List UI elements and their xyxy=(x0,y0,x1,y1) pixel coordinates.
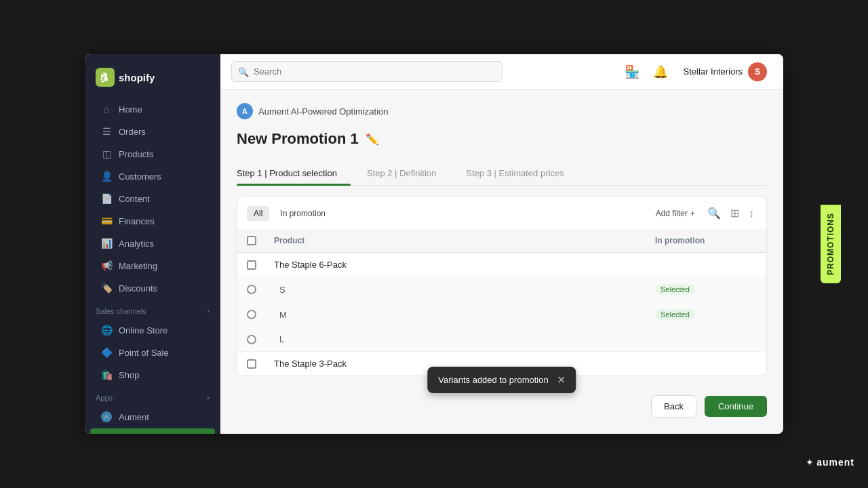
add-filter-label: Add filter xyxy=(656,209,688,218)
step3-label: Step 3 | Estimated prices xyxy=(466,168,564,178)
step2-tab[interactable]: Step 2 | Definition xyxy=(367,161,450,185)
sidebar-item-promotion-label: Promotion xyxy=(115,432,155,434)
page-title-row: New Promotion 1 ✏️ xyxy=(237,130,767,148)
search-input[interactable] xyxy=(231,61,502,82)
analytics-icon: 📊 xyxy=(101,238,112,249)
row3-checkbox[interactable] xyxy=(247,310,256,319)
aument-bottom-logo: ✦ aument xyxy=(806,457,854,468)
row3-variant-name: M xyxy=(274,310,655,320)
close-icon: ✕ xyxy=(557,373,566,386)
sidebar-item-home-label: Home xyxy=(119,104,142,115)
edit-title-button[interactable]: ✏️ xyxy=(366,133,379,146)
store-icon: 🏪 xyxy=(625,64,639,79)
promotions-side-tab[interactable]: Promotions xyxy=(821,205,841,283)
steps-bar: Step 1 | Product selection Step 2 | Defi… xyxy=(237,161,767,186)
row3-checkbox-cell xyxy=(247,310,274,319)
page-area: A Aument AI-Powered Optimization New Pro… xyxy=(220,89,783,434)
sales-channels-section: Sales channels › xyxy=(85,300,220,319)
add-filter-button[interactable]: Add filter + xyxy=(650,206,701,221)
row3-status: Selected xyxy=(655,309,757,320)
step2-label: Step 2 | Definition xyxy=(367,168,436,178)
user-avatar-initials: S xyxy=(755,67,760,77)
home-icon: ⌂ xyxy=(101,104,112,115)
row2-selected-badge: Selected xyxy=(655,284,695,295)
step1-label: Step 1 | Product selection xyxy=(237,168,337,178)
sidebar-item-analytics[interactable]: 📊 Analytics xyxy=(90,232,215,254)
row2-checkbox[interactable] xyxy=(247,285,256,294)
sidebar-item-online-store[interactable]: 🌐 Online Store xyxy=(90,319,215,341)
sidebar-item-customers-label: Customers xyxy=(119,171,161,182)
sidebar-item-home[interactable]: ⌂ Home xyxy=(90,98,215,120)
sidebar-item-content[interactable]: 📄 Content xyxy=(90,188,215,209)
sidebar-item-marketing[interactable]: 📢 Marketing xyxy=(90,255,215,277)
row4-variant-name: L xyxy=(274,334,655,344)
user-pill[interactable]: Stellar Interiors S xyxy=(678,60,772,84)
header-checkbox[interactable] xyxy=(247,236,256,245)
row5-checkbox[interactable] xyxy=(247,359,256,369)
topbar-right: 🏪 🔔 Stellar Interiors S xyxy=(621,60,772,84)
continue-button[interactable]: Continue xyxy=(705,396,767,417)
row3-selected-badge: Selected xyxy=(655,309,695,320)
table-header: Product In promotion xyxy=(237,229,766,253)
topbar: 🔍 🏪 🔔 Stellar Interiors S xyxy=(220,54,783,89)
notification-icon: 🔔 xyxy=(653,64,668,79)
user-name: Stellar Interiors xyxy=(684,66,743,77)
sidebar-item-finances-label: Finances xyxy=(119,216,155,226)
back-button[interactable]: Back xyxy=(651,395,696,418)
tab-in-promotion[interactable]: In promotion xyxy=(275,206,331,221)
table-row: The Staple 6-Pack xyxy=(237,253,766,277)
step1-tab[interactable]: Step 1 | Product selection xyxy=(237,161,351,185)
sort-btn[interactable]: ↕ xyxy=(746,205,757,222)
sidebar-item-analytics-label: Analytics xyxy=(119,239,154,249)
customers-icon: 👤 xyxy=(101,171,112,182)
topbar-store-icon-btn[interactable]: 🏪 xyxy=(621,61,643,83)
finances-icon: 💳 xyxy=(101,216,112,226)
sort-icon: ↕ xyxy=(749,207,754,220)
sidebar-item-aument-label: Aument xyxy=(119,412,149,422)
sidebar-nav: ⌂ Home ☰ Orders ◫ Products 👤 Customers 📄… xyxy=(85,98,220,434)
sidebar-item-finances[interactable]: 💳 Finances xyxy=(90,210,215,232)
toast-notification: Variants added to promotion ✕ xyxy=(427,367,576,393)
orders-icon: ☰ xyxy=(101,126,112,137)
sidebar-item-aument[interactable]: A Aument xyxy=(90,406,215,428)
discounts-icon: 🏷️ xyxy=(101,283,112,293)
sidebar-item-online-store-label: Online Store xyxy=(119,325,167,336)
search-filter-btn[interactable]: 🔍 xyxy=(705,204,724,222)
sidebar-item-shop[interactable]: 🛍️ Shop xyxy=(90,364,215,386)
table-row: L xyxy=(237,327,766,352)
sidebar-item-point-of-sale[interactable]: 🔷 Point of Sale xyxy=(90,342,215,363)
shopify-logo-text: shopify xyxy=(119,72,155,83)
sales-channels-label: Sales channels xyxy=(96,307,146,315)
aument-header-icon: A xyxy=(237,103,253,119)
row2-status: Selected xyxy=(655,284,757,295)
filter-options-btn[interactable]: ⊞ xyxy=(728,204,742,222)
sidebar-item-products[interactable]: ◫ Products xyxy=(90,143,215,165)
row1-checkbox[interactable] xyxy=(247,260,256,270)
tab-all[interactable]: All xyxy=(247,206,269,221)
sidebar-item-pos-label: Point of Sale xyxy=(119,348,169,358)
aument-logo-star: ✦ xyxy=(806,457,814,468)
col-in-promotion: In promotion xyxy=(655,236,757,245)
sidebar-item-orders[interactable]: ☰ Orders xyxy=(90,121,215,142)
sidebar-item-customers[interactable]: 👤 Customers xyxy=(90,165,215,187)
sidebar-item-marketing-label: Marketing xyxy=(119,261,157,271)
row2-checkbox-cell xyxy=(247,285,274,294)
col-product: Product xyxy=(274,236,655,245)
toast-close-button[interactable]: ✕ xyxy=(557,373,566,386)
step3-tab[interactable]: Step 3 | Estimated prices xyxy=(466,161,577,185)
sidebar-item-promotion[interactable]: Promotion xyxy=(90,428,215,434)
filter-right: Add filter + 🔍 ⊞ ↕ xyxy=(650,204,757,222)
search-filter-icon: 🔍 xyxy=(707,207,721,220)
row1-checkbox-cell xyxy=(247,260,274,270)
filter-bar: All In promotion Add filter + 🔍 ⊞ ↕ xyxy=(237,197,767,229)
main-content: 🔍 🏪 🔔 Stellar Interiors S xyxy=(220,54,783,434)
aument-header-title: Aument AI-Powered Optimization xyxy=(258,106,388,117)
topbar-notification-btn[interactable]: 🔔 xyxy=(650,61,671,83)
search-icon: 🔍 xyxy=(238,66,249,77)
marketing-icon: 📢 xyxy=(101,260,112,271)
sidebar-item-products-label: Products xyxy=(119,149,153,159)
sidebar-item-content-label: Content xyxy=(119,194,150,204)
row4-checkbox[interactable] xyxy=(247,335,256,344)
sidebar-item-discounts[interactable]: 🏷️ Discounts xyxy=(90,277,215,299)
promotions-tab-label: Promotions xyxy=(821,205,841,283)
